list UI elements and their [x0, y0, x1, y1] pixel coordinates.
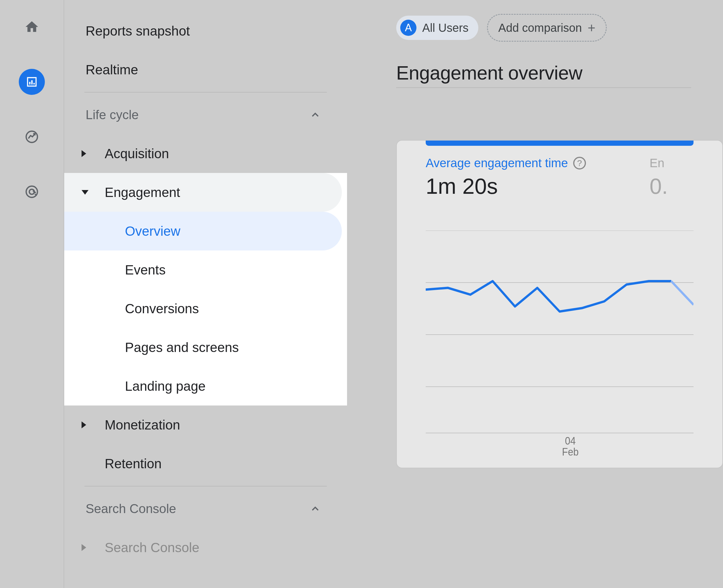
card-inner: Average engagement time ? 1m 20s En 0.: [397, 146, 722, 468]
nav-label: Landing page: [125, 378, 206, 394]
nav-label: Realtime: [86, 62, 138, 78]
nav-label: Engagement: [105, 185, 180, 200]
triangle-down-icon: [82, 190, 88, 195]
home-icon[interactable]: [19, 14, 45, 40]
title-divider: [396, 87, 691, 88]
nav-monetization[interactable]: Monetization: [64, 405, 347, 444]
nav-label: Retention: [105, 456, 162, 471]
nav-label: Overview: [125, 223, 180, 239]
svg-text:Feb: Feb: [562, 446, 578, 456]
segment-chip-all-users[interactable]: A All Users: [396, 16, 479, 40]
metric-value: 0.: [650, 173, 668, 199]
reports-icon[interactable]: [19, 69, 45, 95]
nav-label: Pages and screens: [125, 339, 239, 355]
nav-engagement-group: Engagement Overview Events Conversions P…: [64, 173, 348, 405]
advertising-icon[interactable]: [19, 179, 45, 205]
page-title: Engagement overview: [396, 62, 723, 84]
metric-value: 1m 20s: [426, 173, 586, 199]
nav-divider: [84, 92, 327, 92]
help-icon[interactable]: ?: [573, 157, 586, 169]
metric-row: Average engagement time ? 1m 20s En 0.: [426, 156, 694, 199]
metric-label: En: [650, 156, 668, 170]
main-content: A All Users Add comparison + Engagement …: [347, 0, 723, 588]
triangle-right-icon: [82, 544, 86, 551]
filter-row: A All Users Add comparison +: [396, 14, 723, 42]
nav-realtime[interactable]: Realtime: [64, 50, 347, 89]
triangle-right-icon: [82, 421, 86, 428]
nav-label: Events: [125, 262, 166, 278]
metric-label-text: En: [650, 156, 664, 170]
nav-label: Conversions: [125, 301, 199, 316]
nav-label: Life cycle: [86, 108, 139, 122]
chevron-up-icon: [310, 109, 321, 121]
nav-search-console[interactable]: Search Console: [64, 528, 347, 567]
svg-rect-0: [29, 82, 31, 84]
nav-divider: [84, 486, 327, 486]
nav-engagement-overview[interactable]: Overview: [64, 212, 342, 250]
svg-text:04: 04: [565, 435, 575, 446]
metric-avg-engagement[interactable]: Average engagement time ? 1m 20s: [426, 156, 586, 199]
svg-rect-1: [31, 80, 33, 85]
metric-secondary-partial[interactable]: En 0.: [650, 156, 668, 199]
nav-section-search-console[interactable]: Search Console: [64, 489, 347, 528]
nav-label: Search Console: [105, 540, 199, 555]
segment-badge: A: [400, 20, 417, 36]
nav-label: Reports snapshot: [86, 23, 190, 39]
metric-label-text: Average engagement time: [426, 156, 568, 170]
svg-rect-2: [34, 83, 35, 85]
nav-panel: Reports snapshot Realtime Life cycle Acq…: [64, 0, 347, 588]
nav-label: Search Console: [86, 502, 176, 516]
svg-point-4: [26, 186, 38, 197]
nav-section-life-cycle[interactable]: Life cycle: [64, 96, 347, 134]
metric-label: Average engagement time ?: [426, 156, 586, 170]
nav-engagement-landing-page[interactable]: Landing page: [64, 367, 348, 405]
nav-engagement-events[interactable]: Events: [64, 250, 348, 289]
engagement-card: Average engagement time ? 1m 20s En 0.: [396, 140, 723, 468]
nav-label: Monetization: [105, 417, 180, 433]
triangle-right-icon: [82, 150, 86, 157]
nav-label: Acquisition: [105, 146, 169, 161]
nav-reports-snapshot[interactable]: Reports snapshot: [64, 12, 347, 50]
chevron-up-icon: [310, 503, 321, 514]
nav-engagement-conversions[interactable]: Conversions: [64, 289, 348, 328]
engagement-line-chart: 04 Feb: [426, 231, 694, 456]
nav-engagement[interactable]: Engagement: [64, 173, 342, 212]
nav-acquisition[interactable]: Acquisition: [64, 134, 347, 173]
nav-retention[interactable]: Retention: [64, 444, 347, 483]
explore-icon[interactable]: [19, 124, 45, 150]
plus-icon: +: [588, 20, 595, 36]
nav-engagement-pages-screens[interactable]: Pages and screens: [64, 328, 348, 367]
card-accent-bar: [426, 141, 694, 146]
segment-label: All Users: [422, 21, 468, 35]
add-comparison-label: Add comparison: [498, 21, 582, 35]
add-comparison-button[interactable]: Add comparison +: [487, 14, 607, 42]
icon-rail: [0, 0, 64, 588]
